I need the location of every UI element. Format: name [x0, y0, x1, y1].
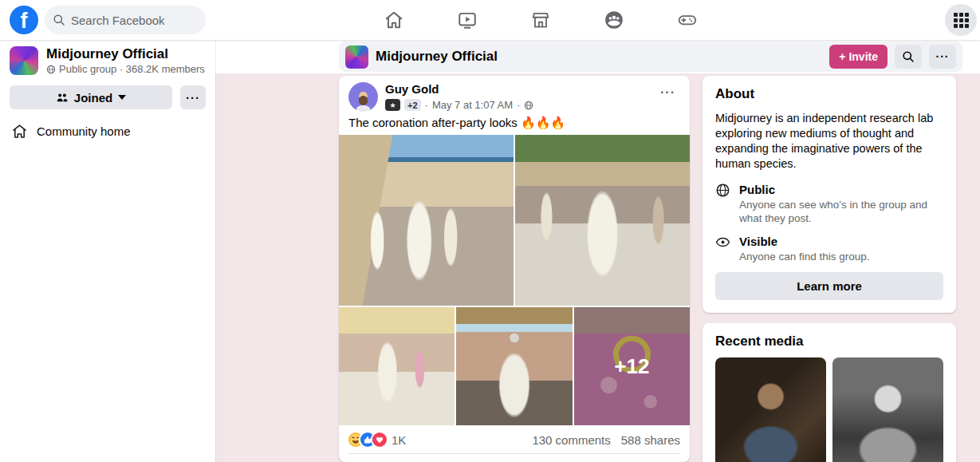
eye-icon: [715, 234, 730, 263]
top-contributor-badge[interactable]: ★: [385, 99, 400, 111]
post-action-bar: [339, 454, 690, 462]
post-stats-row: 1K 130 comments 588 shares: [339, 425, 690, 453]
invite-button[interactable]: + Invite: [829, 45, 888, 69]
joined-button[interactable]: Joined: [10, 85, 172, 109]
media-thumb-old-man-bw[interactable]: [832, 357, 943, 462]
main-area: Midjourney Official + Invite ··· Guy Gol…: [215, 40, 980, 462]
post-photo-charles-walking[interactable]: [339, 135, 514, 306]
chevron-down-icon: [118, 95, 126, 100]
post-photo-charles-lei[interactable]: +12: [574, 307, 690, 425]
more-icon: ···: [660, 85, 675, 99]
sidebar-more-button[interactable]: ···: [180, 85, 206, 109]
visibility-title: Visible: [739, 234, 870, 249]
global-search[interactable]: [45, 6, 206, 34]
group-header-avatar[interactable]: [345, 45, 368, 69]
facebook-logo-letter: f: [21, 7, 28, 34]
watch-icon[interactable]: [456, 9, 478, 31]
post-photo-street-dance[interactable]: [339, 307, 455, 425]
privacy-description: Anyone can see who's in the group and wh…: [739, 198, 943, 225]
right-rail: About Midjourney is an independent resea…: [703, 76, 956, 462]
recent-media-title: Recent media: [715, 334, 943, 349]
group-header-bar: Midjourney Official + Invite ···: [339, 41, 962, 72]
plus-badges[interactable]: +2: [404, 99, 421, 111]
post-text: The coronation after-party looks 🔥🔥🔥: [339, 112, 690, 135]
community-home-label: Community home: [37, 124, 131, 138]
shares-count[interactable]: 588 shares: [621, 433, 680, 447]
group-header-row: Midjourney Official + Invite ···: [215, 40, 980, 73]
media-thumb-old-man-plaid[interactable]: [715, 357, 826, 462]
sidebar-buttons: Joined ···: [0, 85, 215, 109]
feed-post: Guy Gold ★ +2 · May 7 at 1:07 AM · ·: [339, 76, 690, 462]
content-columns: Guy Gold ★ +2 · May 7 at 1:07 AM · ·: [215, 73, 980, 462]
post-photo-charles-dj[interactable]: [456, 307, 572, 425]
author-name[interactable]: Guy Gold: [385, 82, 655, 97]
visibility-row: Visible Anyone can find this group.: [715, 234, 943, 263]
apps-grid-icon[interactable]: [945, 4, 977, 36]
photo-grid-top: [339, 135, 690, 306]
learn-more-button[interactable]: Learn more: [715, 272, 943, 300]
apps-grid-dots: [954, 13, 969, 28]
about-description: Midjourney is an independent research la…: [715, 111, 943, 172]
meta-separator: ·: [425, 99, 428, 111]
post-meta: ★ +2 · May 7 at 1:07 AM ·: [385, 99, 655, 111]
facebook-logo[interactable]: f: [10, 6, 38, 34]
globe-icon: [715, 182, 730, 225]
post-more-button[interactable]: ···: [655, 82, 680, 112]
about-title: About: [715, 86, 943, 102]
group-header-title[interactable]: Midjourney Official: [376, 49, 498, 65]
like-button[interactable]: [339, 458, 456, 462]
group-avatar[interactable]: [10, 46, 38, 75]
group-meta: Public group · 368.2K members: [46, 63, 205, 75]
search-icon: [53, 14, 65, 26]
privacy-row: Public Anyone can see who's in the group…: [715, 182, 943, 225]
facebook-group-page: f: [0, 0, 980, 462]
post-timestamp[interactable]: May 7 at 1:07 AM: [432, 99, 513, 111]
love-reaction-icon: [372, 432, 387, 447]
group-name[interactable]: Midjourney Official: [46, 46, 205, 62]
search-input[interactable]: [71, 14, 191, 27]
search-icon: [902, 50, 915, 63]
members-icon: [56, 91, 69, 104]
invite-label: + Invite: [839, 50, 878, 63]
post-photo-charles-dancing[interactable]: [515, 135, 690, 306]
meta-separator: ·: [517, 99, 520, 111]
more-icon: ···: [936, 50, 950, 63]
comment-button[interactable]: [456, 458, 573, 462]
group-meta-text: Public group · 368.2K members: [59, 63, 205, 75]
more-icon: ···: [186, 91, 200, 105]
group-sidebar: Midjourney Official Public group · 368.2…: [0, 40, 215, 462]
sidebar-group-header: Midjourney Official Public group · 368.2…: [0, 46, 215, 75]
home-icon[interactable]: [383, 9, 405, 31]
globe-icon: [46, 65, 56, 74]
reaction-icons[interactable]: [348, 432, 384, 447]
group-search-button[interactable]: [895, 45, 922, 69]
recent-media-card: Recent media: [703, 323, 956, 462]
group-more-button[interactable]: ···: [929, 45, 956, 69]
learn-more-label: Learn more: [797, 279, 862, 293]
gaming-icon[interactable]: [676, 9, 699, 31]
more-photos-count: +12: [614, 354, 649, 379]
comments-count[interactable]: 130 comments: [532, 433, 610, 447]
post-header: Guy Gold ★ +2 · May 7 at 1:07 AM · ·: [339, 76, 690, 112]
star-icon: ★: [389, 101, 396, 109]
house-icon: [11, 123, 28, 140]
privacy-title: Public: [739, 182, 943, 197]
top-nav: f: [0, 0, 980, 40]
recent-media-grid: [715, 357, 943, 462]
visibility-description: Anyone can find this group.: [739, 250, 870, 263]
about-card: About Midjourney is an independent resea…: [703, 76, 956, 313]
joined-label: Joined: [74, 91, 112, 105]
nav-tabs: [383, 0, 699, 40]
sidebar-item-community-home[interactable]: Community home: [0, 123, 215, 140]
photo-grid-bottom: +12: [339, 307, 690, 425]
marketplace-icon[interactable]: [529, 9, 552, 31]
share-button[interactable]: [573, 458, 690, 462]
more-photos-overlay[interactable]: +12: [574, 307, 690, 425]
groups-icon[interactable]: [603, 9, 625, 31]
reaction-count[interactable]: 1K: [392, 433, 406, 447]
globe-icon: [524, 101, 533, 110]
author-avatar[interactable]: [348, 82, 378, 112]
